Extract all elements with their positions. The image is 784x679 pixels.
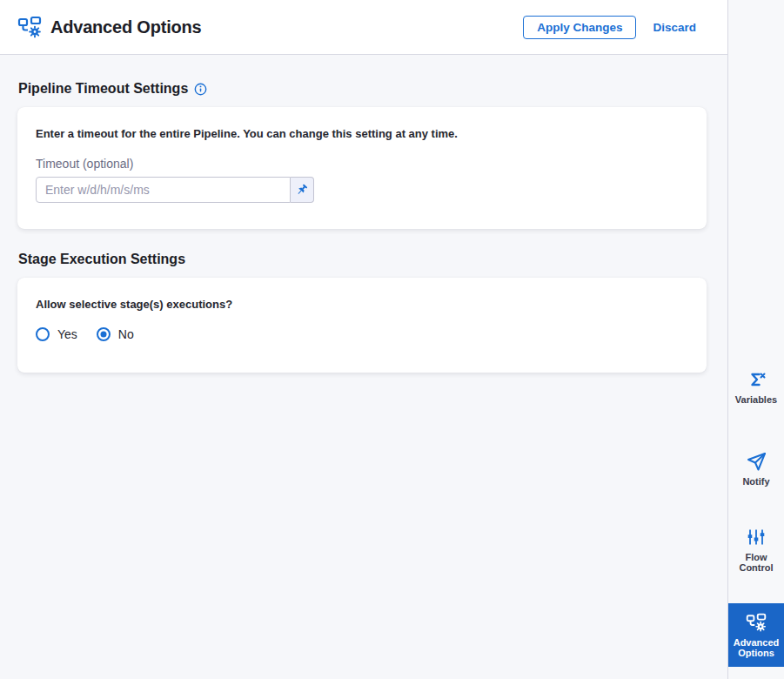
sidebar-item-label: Variables xyxy=(732,394,781,405)
selective-stage-question: Allow selective stage(s) executions? xyxy=(36,297,688,313)
sliders-icon xyxy=(746,527,767,548)
stage-execution-heading: Stage Execution Settings xyxy=(18,252,185,267)
sidebar-item-flow-control[interactable]: Flow Control xyxy=(728,527,784,573)
sidebar-item-label: Flow Control xyxy=(732,552,781,573)
stage-execution-section-head: Stage Execution Settings xyxy=(18,252,707,267)
radio-circle-yes[interactable] xyxy=(36,327,50,341)
pin-icon xyxy=(293,181,311,198)
pipeline-timeout-section-head: Pipeline Timeout Settings xyxy=(18,81,707,97)
pipeline-gear-icon xyxy=(746,612,767,633)
pipeline-timeout-heading: Pipeline Timeout Settings xyxy=(18,81,188,97)
radio-circle-no[interactable] xyxy=(97,327,111,341)
sidebar-item-label: Notify xyxy=(732,476,781,487)
apply-changes-button[interactable]: Apply Changes xyxy=(523,16,636,39)
header-actions: Apply Changes Discard xyxy=(523,16,696,39)
input-type-selector-button[interactable] xyxy=(291,177,314,203)
pipeline-timeout-card: Enter a timeout for the entire Pipeline.… xyxy=(17,107,707,229)
radio-option-yes[interactable]: Yes xyxy=(36,327,77,341)
radio-option-no[interactable]: No xyxy=(97,327,134,341)
selective-stage-radio-group: Yes No xyxy=(36,327,688,346)
panel-header: Advanced Options Apply Changes Discard xyxy=(0,0,727,55)
sidebar-item-label: Advanced Options xyxy=(732,637,781,658)
radio-label-no: No xyxy=(118,327,134,341)
timeout-field-label: Timeout (optional) xyxy=(36,156,688,171)
radio-label-yes: Yes xyxy=(57,327,77,341)
timeout-input[interactable] xyxy=(36,177,291,203)
panel-content: Pipeline Timeout Settings Enter a timeou… xyxy=(0,81,727,373)
right-toolbar: Variables Notify Flow Control Advanced O… xyxy=(727,0,784,679)
pipeline-gear-icon xyxy=(17,15,42,39)
sidebar-item-variables[interactable]: Variables xyxy=(728,369,784,405)
info-icon[interactable] xyxy=(194,83,207,96)
timeout-input-row xyxy=(36,177,688,203)
paper-plane-icon xyxy=(746,451,767,472)
sidebar-item-notify[interactable]: Notify xyxy=(728,451,784,487)
stage-execution-card: Allow selective stage(s) executions? Yes… xyxy=(17,278,707,373)
timeout-description: Enter a timeout for the entire Pipeline.… xyxy=(36,126,688,142)
sidebar-item-advanced-options[interactable]: Advanced Options xyxy=(728,603,784,667)
discard-button[interactable]: Discard xyxy=(653,21,696,34)
advanced-options-panel: Advanced Options Apply Changes Discard P… xyxy=(0,0,727,679)
page-title: Advanced Options xyxy=(50,17,202,37)
sigma-variables-icon xyxy=(746,369,767,390)
